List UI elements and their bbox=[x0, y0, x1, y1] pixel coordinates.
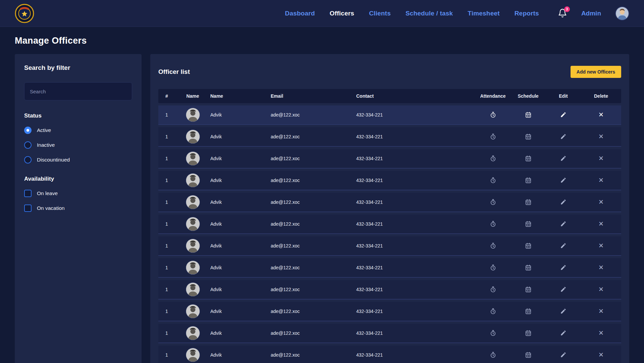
checkbox-on-vacation-icon[interactable] bbox=[24, 205, 32, 212]
officer-contact: 432-334-221 bbox=[356, 156, 475, 161]
delete-button[interactable]: ✕ bbox=[597, 132, 605, 141]
schedule-button[interactable] bbox=[524, 219, 533, 229]
edit-button[interactable] bbox=[559, 350, 568, 359]
edit-button[interactable] bbox=[559, 176, 568, 185]
x-icon: ✕ bbox=[598, 352, 604, 358]
attendance-button[interactable] bbox=[488, 285, 498, 294]
delete-button[interactable]: ✕ bbox=[597, 307, 605, 316]
officer-name: Advik bbox=[210, 156, 271, 161]
delete-button[interactable]: ✕ bbox=[597, 350, 605, 359]
delete-button[interactable]: ✕ bbox=[597, 110, 605, 119]
attendance-button[interactable] bbox=[488, 328, 498, 338]
edit-button[interactable] bbox=[559, 263, 568, 272]
schedule-button[interactable] bbox=[524, 350, 533, 360]
delete-button[interactable]: ✕ bbox=[597, 197, 605, 207]
attendance-button[interactable] bbox=[488, 176, 498, 185]
officer-contact: 432-334-221 bbox=[356, 199, 475, 205]
edit-button[interactable] bbox=[559, 197, 568, 207]
schedule-button[interactable] bbox=[524, 328, 533, 338]
delete-button[interactable]: ✕ bbox=[597, 154, 605, 163]
sheriff-badge-icon bbox=[15, 4, 34, 23]
nav-dashboard[interactable]: Dasboard bbox=[285, 10, 315, 17]
status-option-active[interactable]: Active bbox=[24, 127, 132, 134]
delete-button[interactable]: ✕ bbox=[597, 328, 605, 337]
status-option-inactive[interactable]: Inactive bbox=[24, 141, 132, 149]
officer-email: ade@122.xoc bbox=[271, 112, 356, 118]
edit-button[interactable] bbox=[559, 110, 568, 119]
schedule-button[interactable] bbox=[524, 307, 533, 316]
officer-contact: 432-334-221 bbox=[356, 330, 475, 336]
delete-button[interactable]: ✕ bbox=[597, 176, 605, 185]
edit-button[interactable] bbox=[559, 285, 568, 294]
officer-avatar bbox=[186, 261, 200, 275]
delete-button[interactable]: ✕ bbox=[597, 241, 605, 250]
radio-inactive-icon[interactable] bbox=[24, 141, 32, 149]
schedule-button[interactable] bbox=[524, 197, 533, 207]
attendance-button[interactable] bbox=[488, 350, 498, 360]
stopwatch-icon bbox=[490, 177, 496, 184]
officer-contact: 432-334-221 bbox=[356, 309, 475, 314]
officer-avatar bbox=[186, 239, 200, 253]
attendance-button[interactable] bbox=[488, 132, 498, 141]
radio-discontinued-icon[interactable] bbox=[24, 156, 32, 164]
radio-active-icon[interactable] bbox=[24, 127, 32, 134]
x-icon: ✕ bbox=[598, 133, 604, 140]
schedule-button[interactable] bbox=[524, 285, 533, 294]
attendance-button[interactable] bbox=[488, 110, 498, 120]
table-row: 1 Advik ade@122.xoc 432-334-221 bbox=[158, 258, 621, 278]
schedule-button[interactable] bbox=[524, 110, 533, 120]
edit-button[interactable] bbox=[559, 132, 568, 141]
calendar-icon bbox=[525, 308, 532, 315]
search-input[interactable] bbox=[24, 82, 132, 100]
attendance-button[interactable] bbox=[488, 307, 498, 316]
pencil-icon bbox=[560, 308, 567, 314]
delete-button[interactable]: ✕ bbox=[597, 219, 605, 228]
stopwatch-icon bbox=[490, 221, 496, 227]
schedule-button[interactable] bbox=[524, 241, 533, 251]
x-icon: ✕ bbox=[598, 221, 604, 227]
edit-button[interactable] bbox=[559, 154, 568, 163]
admin-avatar[interactable] bbox=[615, 6, 629, 20]
edit-button[interactable] bbox=[559, 307, 568, 316]
calendar-icon bbox=[525, 199, 532, 206]
table-row: 1 Advik ade@122.xoc 432-334-221 bbox=[158, 149, 621, 169]
attendance-button[interactable] bbox=[488, 241, 498, 251]
add-new-officers-button[interactable]: Add new Officers bbox=[571, 66, 621, 78]
edit-button[interactable] bbox=[559, 328, 568, 337]
x-icon: ✕ bbox=[598, 199, 604, 205]
stopwatch-icon bbox=[490, 111, 496, 118]
schedule-button[interactable] bbox=[524, 263, 533, 272]
attendance-button[interactable] bbox=[488, 219, 498, 229]
admin-menu[interactable]: Admin bbox=[581, 10, 601, 17]
availability-option-on-leave[interactable]: On leave bbox=[24, 190, 132, 197]
delete-button[interactable]: ✕ bbox=[597, 263, 605, 272]
calendar-icon bbox=[525, 242, 532, 249]
edit-button[interactable] bbox=[559, 241, 568, 250]
nav-clients[interactable]: Clients bbox=[369, 10, 391, 17]
officer-name: Advik bbox=[210, 134, 271, 139]
availability-option-label: On leave bbox=[37, 190, 58, 196]
officer-contact: 432-334-221 bbox=[356, 134, 475, 139]
notifications-button[interactable]: 3 bbox=[558, 8, 567, 18]
nav-schedule-task[interactable]: Schedule / task bbox=[406, 10, 453, 17]
status-option-discontinued[interactable]: Discountinued bbox=[24, 156, 132, 164]
checkbox-on-leave-icon[interactable] bbox=[24, 190, 32, 197]
edit-button[interactable] bbox=[559, 219, 568, 228]
schedule-button[interactable] bbox=[524, 154, 533, 163]
schedule-button[interactable] bbox=[524, 176, 533, 185]
officer-email: ade@122.xoc bbox=[271, 156, 356, 161]
nav-timesheet[interactable]: Timesheet bbox=[468, 10, 499, 17]
officer-name: Advik bbox=[210, 330, 271, 336]
attendance-button[interactable] bbox=[488, 263, 498, 272]
schedule-button[interactable] bbox=[524, 132, 533, 141]
nav-officers[interactable]: Officers bbox=[330, 10, 354, 17]
officer-email: ade@122.xoc bbox=[271, 330, 356, 336]
officer-avatar bbox=[186, 326, 200, 340]
attendance-button[interactable] bbox=[488, 197, 498, 207]
attendance-button[interactable] bbox=[488, 154, 498, 163]
delete-button[interactable]: ✕ bbox=[597, 285, 605, 294]
calendar-icon bbox=[525, 111, 532, 118]
availability-option-on-vacation[interactable]: On vacation bbox=[24, 205, 132, 212]
nav-reports[interactable]: Reports bbox=[515, 10, 539, 17]
x-icon: ✕ bbox=[598, 111, 604, 118]
